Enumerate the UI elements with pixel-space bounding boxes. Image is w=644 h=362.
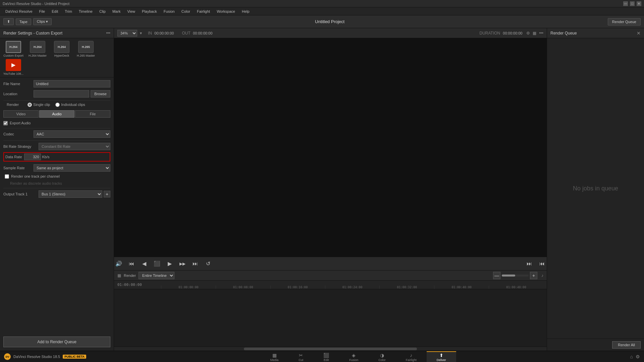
preset-custom-export[interactable]: H.264 Custom Export bbox=[2, 41, 25, 58]
edit-label: Edit bbox=[324, 358, 329, 362]
file-name-input[interactable] bbox=[34, 80, 110, 87]
maximize-button[interactable]: □ bbox=[630, 1, 635, 6]
minimize-button[interactable]: — bbox=[623, 1, 628, 6]
zoom-slider[interactable] bbox=[502, 275, 529, 277]
tape-button[interactable]: Tape bbox=[16, 18, 31, 25]
render-queue-footer: Render All bbox=[547, 339, 644, 351]
render-scope-select[interactable]: Entire Timeline In/Out Range bbox=[139, 272, 174, 279]
gear-icon[interactable]: ⚙ bbox=[636, 354, 640, 359]
nav-deliver[interactable]: ⬆ Deliver bbox=[427, 351, 456, 362]
single-clip-radio[interactable] bbox=[28, 103, 32, 107]
bottom-nav: ▦ Media ✂ Cut ⬛ Edit ◈ Fusion ◑ Color ♪ … bbox=[90, 351, 626, 362]
add-track-button[interactable]: + bbox=[104, 191, 110, 197]
timeline-tracks[interactable] bbox=[114, 289, 547, 347]
grid-icon[interactable]: ▦ bbox=[533, 31, 536, 36]
nav-color[interactable]: ◑ Color bbox=[368, 351, 396, 362]
menu-clip[interactable]: Clip bbox=[97, 9, 108, 14]
export-audio-checkbox[interactable] bbox=[3, 121, 8, 125]
render-queue-close[interactable]: ✕ bbox=[637, 31, 641, 36]
app-name: DaVinci Resolve Studio 18.5 bbox=[13, 355, 60, 359]
render-discrete-row: Render as discrete audio tracks bbox=[3, 181, 110, 185]
preset-youtube[interactable]: ▶ YouTube 108... bbox=[2, 59, 25, 76]
output-track-select[interactable]: Bus 1 (Stereo) bbox=[39, 190, 102, 198]
menu-trim[interactable]: Trim bbox=[62, 9, 75, 14]
bottom-right: ⌂ ⚙ bbox=[626, 354, 644, 359]
cut-label: Cut bbox=[299, 358, 303, 362]
duration-time: 00:00:00:00 bbox=[503, 31, 522, 35]
step-back-button[interactable]: ◀ bbox=[140, 259, 149, 268]
bottom-bar: DV DaVinci Resolve Studio 18.5 PUBLIC BE… bbox=[0, 351, 644, 362]
menu-davinci-resolve[interactable]: DaVinci Resolve bbox=[3, 9, 35, 14]
nav-edit[interactable]: ⬛ Edit bbox=[313, 351, 339, 362]
project-title-area: Untitled Project bbox=[55, 19, 604, 24]
tab-video[interactable]: Video bbox=[3, 110, 39, 118]
menu-timeline[interactable]: Timeline bbox=[76, 9, 95, 14]
project-title: Untitled Project bbox=[315, 19, 344, 24]
timeline-scrollbar[interactable] bbox=[114, 347, 547, 351]
preset-h264master[interactable]: H.264 H.264 Master bbox=[26, 41, 49, 58]
individual-clips-option[interactable]: Individual clips bbox=[55, 103, 85, 107]
skip-backward-button[interactable]: ⏮ bbox=[537, 259, 547, 268]
data-rate-input[interactable] bbox=[24, 154, 41, 160]
share-button[interactable]: ⬆ bbox=[3, 18, 14, 25]
menu-help[interactable]: Help bbox=[239, 9, 252, 14]
data-rate-unit: Kb/s bbox=[42, 155, 50, 159]
zoom-out-button[interactable]: — bbox=[493, 272, 500, 279]
loop-button[interactable]: ↺ bbox=[203, 259, 213, 268]
sample-rate-label: Sample Rate bbox=[3, 166, 34, 170]
render-all-button[interactable]: Render All bbox=[612, 341, 641, 349]
volume-button[interactable]: 🔊 bbox=[114, 259, 123, 268]
stop-button[interactable]: ⬛ bbox=[152, 259, 162, 268]
render-discrete-label: Render as discrete audio tracks bbox=[10, 181, 62, 185]
nav-fairlight[interactable]: ♪ Fairlight bbox=[396, 351, 427, 362]
render-queue-toggle[interactable]: Render Queue bbox=[608, 18, 641, 25]
play-button[interactable]: ▶ bbox=[165, 259, 174, 268]
menu-fusion[interactable]: Fusion bbox=[161, 9, 177, 14]
codec-select[interactable]: AAC MP3 PCM bbox=[34, 130, 110, 138]
skip-forward-button[interactable]: ⏭ bbox=[525, 259, 534, 268]
render-track-checkbox[interactable] bbox=[5, 174, 9, 179]
zoom-in-button[interactable]: + bbox=[530, 272, 537, 279]
skip-to-start-button[interactable]: ⏮ bbox=[127, 259, 136, 268]
sample-rate-select[interactable]: Same as project 44100 Hz 48000 Hz bbox=[34, 164, 110, 172]
zoom-select[interactable]: 34% 50% 100% bbox=[117, 30, 137, 37]
preset-h265master[interactable]: H.265 H.265 Master bbox=[74, 41, 97, 58]
individual-clips-radio[interactable] bbox=[55, 103, 60, 107]
nav-media[interactable]: ▦ Media bbox=[260, 351, 289, 362]
data-rate-row: Data Rate Kb/s bbox=[3, 152, 110, 162]
single-clip-option[interactable]: Single clip bbox=[28, 103, 50, 107]
preset-hyperdeck-icon: H.264 bbox=[54, 41, 69, 53]
settings-icon[interactable]: ⚙ bbox=[526, 31, 530, 36]
menu-file[interactable]: File bbox=[37, 9, 48, 14]
menu-fairlight[interactable]: Fairlight bbox=[194, 9, 213, 14]
location-input[interactable] bbox=[34, 90, 89, 98]
menu-playback[interactable]: Playback bbox=[139, 9, 160, 14]
tab-audio[interactable]: Audio bbox=[39, 110, 74, 118]
render-queue-title: Render Queue bbox=[550, 31, 577, 36]
preset-hyperdeck[interactable]: H.264 HyperDeck bbox=[50, 41, 73, 58]
menu-workspace[interactable]: Workspace bbox=[214, 9, 238, 14]
deliver-label: Deliver bbox=[437, 358, 446, 362]
duration-area: DURATION 00:00:00:00 ⚙ ▦ ••• bbox=[479, 31, 543, 36]
step-forward-button[interactable]: ▶▶ bbox=[178, 259, 187, 268]
scrollbar-thumb[interactable] bbox=[244, 348, 417, 350]
render-queue-content: No jobs in queue bbox=[547, 38, 644, 339]
menu-view[interactable]: View bbox=[124, 9, 138, 14]
bitrate-strategy-select[interactable]: Constant Bit Rate Variable Bit Rate bbox=[39, 143, 110, 150]
home-icon[interactable]: ⌂ bbox=[630, 354, 633, 359]
panel-menu-icon[interactable]: ••• bbox=[106, 31, 110, 36]
more-icon[interactable]: ••• bbox=[539, 31, 543, 36]
browse-button[interactable]: Browse bbox=[91, 90, 110, 98]
skip-to-end-button[interactable]: ⏭ bbox=[191, 259, 200, 268]
window-controls: — □ ✕ bbox=[623, 1, 641, 6]
color-label: Color bbox=[378, 358, 386, 362]
menu-mark[interactable]: Mark bbox=[110, 9, 123, 14]
nav-cut[interactable]: ✂ Cut bbox=[288, 351, 313, 362]
close-button[interactable]: ✕ bbox=[637, 1, 641, 6]
menu-edit[interactable]: Edit bbox=[49, 9, 61, 14]
menu-color[interactable]: Color bbox=[179, 9, 193, 14]
nav-fusion[interactable]: ◈ Fusion bbox=[339, 351, 368, 362]
clips-button[interactable]: Clips ▾ bbox=[33, 18, 52, 25]
tab-file[interactable]: File bbox=[75, 110, 110, 118]
add-to-render-queue-button[interactable]: Add to Render Queue bbox=[3, 337, 110, 347]
